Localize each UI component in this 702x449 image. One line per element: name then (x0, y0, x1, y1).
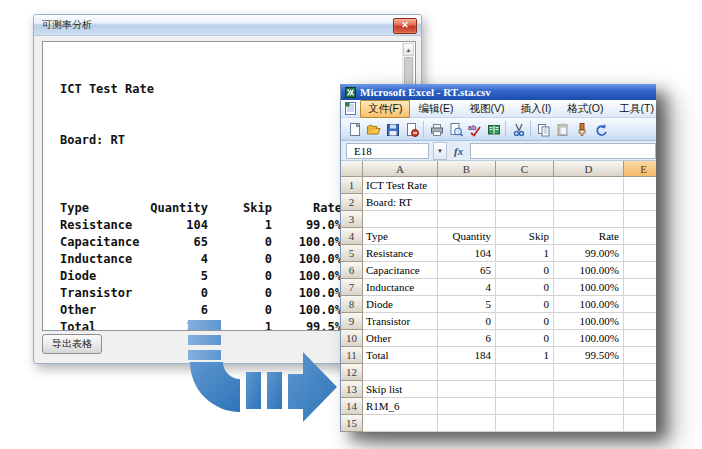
row-header-1[interactable]: 1 (341, 177, 363, 194)
cell-E11[interactable] (624, 347, 656, 364)
cell-B5[interactable]: 104 (438, 245, 496, 262)
cell-A3[interactable] (363, 211, 438, 228)
menu-item[interactable]: 插入(I) (512, 100, 559, 118)
cell-B13[interactable] (438, 381, 496, 398)
cell-A12[interactable] (363, 364, 438, 381)
cell-D7[interactable]: 100.00% (554, 279, 624, 296)
cell-A10[interactable]: Other (363, 330, 438, 347)
print-icon[interactable] (427, 120, 445, 138)
row-header-10[interactable]: 10 (341, 330, 363, 347)
name-box-dropdown-icon[interactable]: ▼ (433, 142, 447, 160)
save-icon[interactable] (383, 120, 401, 138)
row-header-4[interactable]: 4 (341, 228, 363, 245)
column-header-B[interactable]: B (438, 161, 496, 177)
cell-D6[interactable]: 100.00% (554, 262, 624, 279)
cell-E13[interactable] (624, 381, 656, 398)
cell-E5[interactable] (624, 245, 656, 262)
menu-item[interactable]: 文件(F) (360, 100, 410, 118)
cell-A5[interactable]: Resistance (363, 245, 438, 262)
cell-C5[interactable]: 1 (496, 245, 554, 262)
cell-B2[interactable] (438, 194, 496, 211)
cell-E7[interactable] (624, 279, 656, 296)
cell-D11[interactable]: 99.50% (554, 347, 624, 364)
menu-item[interactable]: 格式(O) (559, 100, 611, 118)
cell-C15[interactable] (496, 415, 554, 432)
cell-B3[interactable] (438, 211, 496, 228)
row-header-2[interactable]: 2 (341, 194, 363, 211)
cell-D1[interactable] (554, 177, 624, 194)
select-all-corner[interactable] (341, 161, 363, 177)
row-header-3[interactable]: 3 (341, 211, 363, 228)
cell-D2[interactable] (554, 194, 624, 211)
cell-A7[interactable]: Inductance (363, 279, 438, 296)
cell-E3[interactable] (624, 211, 656, 228)
cell-E15[interactable] (624, 415, 656, 432)
workbook-icon[interactable] (344, 102, 357, 115)
cell-D14[interactable] (554, 398, 624, 415)
cell-C8[interactable]: 0 (496, 296, 554, 313)
cell-C14[interactable] (496, 398, 554, 415)
export-table-button[interactable]: 导出表格 (42, 334, 102, 354)
cell-A11[interactable]: Total (363, 347, 438, 364)
close-icon[interactable]: ✕ (393, 18, 417, 34)
cell-A6[interactable]: Capacitance (363, 262, 438, 279)
cell-A4[interactable]: Type (363, 228, 438, 245)
cell-B6[interactable]: 65 (438, 262, 496, 279)
paste-icon[interactable] (553, 120, 571, 138)
cell-D5[interactable]: 99.00% (554, 245, 624, 262)
row-header-7[interactable]: 7 (341, 279, 363, 296)
cell-B10[interactable]: 6 (438, 330, 496, 347)
column-header-C[interactable]: C (496, 161, 554, 177)
cell-A15[interactable] (363, 415, 438, 432)
row-header-6[interactable]: 6 (341, 262, 363, 279)
cell-E2[interactable] (624, 194, 656, 211)
column-header-E[interactable]: E (624, 161, 656, 177)
open-folder-icon[interactable] (364, 120, 382, 138)
cell-C11[interactable]: 1 (496, 347, 554, 364)
cell-D13[interactable] (554, 381, 624, 398)
cell-C2[interactable] (496, 194, 554, 211)
cell-B11[interactable]: 184 (438, 347, 496, 364)
format-painter-icon[interactable] (572, 120, 590, 138)
new-document-icon[interactable] (345, 120, 363, 138)
cell-A14[interactable]: R1M_6 (363, 398, 438, 415)
cell-B9[interactable]: 0 (438, 313, 496, 330)
cell-D4[interactable]: Rate (554, 228, 624, 245)
cell-C1[interactable] (496, 177, 554, 194)
row-header-14[interactable]: 14 (341, 398, 363, 415)
cell-A8[interactable]: Diode (363, 296, 438, 313)
cell-B7[interactable]: 4 (438, 279, 496, 296)
formula-input[interactable] (470, 143, 656, 159)
cell-E1[interactable] (624, 177, 656, 194)
cell-D15[interactable] (554, 415, 624, 432)
row-header-13[interactable]: 13 (341, 381, 363, 398)
cell-C4[interactable]: Skip (496, 228, 554, 245)
row-header-15[interactable]: 15 (341, 415, 363, 432)
row-header-8[interactable]: 8 (341, 296, 363, 313)
menu-item[interactable]: 视图(V) (461, 100, 512, 118)
cell-B12[interactable] (438, 364, 496, 381)
dialog-titlebar[interactable]: 可测率分析 ✕ (34, 15, 421, 36)
cell-C13[interactable] (496, 381, 554, 398)
cut-icon[interactable] (509, 120, 527, 138)
cell-C9[interactable]: 0 (496, 313, 554, 330)
cell-E10[interactable] (624, 330, 656, 347)
cell-E4[interactable] (624, 228, 656, 245)
cell-C7[interactable]: 0 (496, 279, 554, 296)
cell-E9[interactable] (624, 313, 656, 330)
copy-icon[interactable] (534, 120, 552, 138)
undo-icon[interactable] (591, 120, 609, 138)
cell-D9[interactable]: 100.00% (554, 313, 624, 330)
cell-E6[interactable] (624, 262, 656, 279)
cell-C3[interactable] (496, 211, 554, 228)
cell-B1[interactable] (438, 177, 496, 194)
row-header-5[interactable]: 5 (341, 245, 363, 262)
row-header-11[interactable]: 11 (341, 347, 363, 364)
menu-item[interactable]: 编辑(E) (410, 100, 461, 118)
cell-A9[interactable]: Transistor (363, 313, 438, 330)
row-header-9[interactable]: 9 (341, 313, 363, 330)
cell-B14[interactable] (438, 398, 496, 415)
cell-E14[interactable] (624, 398, 656, 415)
cell-A13[interactable]: Skip list (363, 381, 438, 398)
row-header-12[interactable]: 12 (341, 364, 363, 381)
